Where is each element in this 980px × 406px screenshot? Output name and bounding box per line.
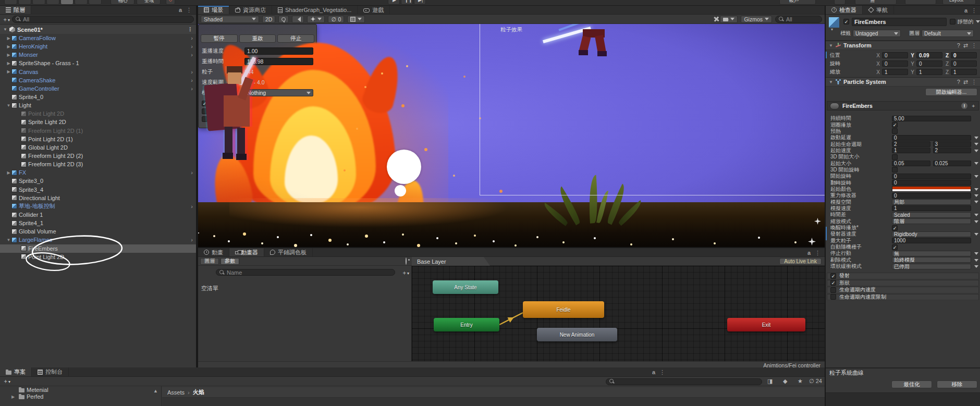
add-icon[interactable]: ＋ [971, 102, 976, 109]
dropdown-arrow-icon[interactable] [974, 175, 978, 178]
gizmos-dropdown[interactable]: Gizmos [741, 16, 772, 23]
grid-dropdown[interactable] [347, 16, 365, 23]
add-parameter-button[interactable]: ＋▾ [401, 269, 409, 277]
rotation-z-field[interactable]: 0 [951, 60, 977, 67]
kebab-menu-icon[interactable]: ⋮ [971, 79, 977, 85]
collab-icon[interactable]: ↻ [166, 0, 175, 5]
position-y-field[interactable]: 0.09 [916, 52, 942, 58]
kebab-menu-icon[interactable]: ⋮ [659, 369, 665, 376]
tab-game[interactable]: 遊戲 [358, 6, 390, 14]
animator-state-normal[interactable]: New Animation [537, 328, 617, 341]
kebab-menu-icon[interactable]: ⋮ [815, 250, 820, 256]
static-checkbox[interactable] [950, 19, 956, 24]
expander-icon[interactable]: ▶ [5, 170, 12, 175]
hierarchy-item[interactable]: ▼LargeFlames› [0, 236, 196, 244]
property-value[interactable]: 0 [892, 135, 971, 141]
dropdown-arrow-icon[interactable] [974, 233, 978, 236]
tab-project[interactable]: 專案 [0, 367, 32, 376]
kebab-menu-icon[interactable]: ⋮ [187, 26, 193, 33]
scale-z-field[interactable]: 1 [951, 69, 977, 75]
scale-y-field[interactable]: 1 [916, 69, 942, 75]
hierarchy-item[interactable]: ▶CameraFollow› [0, 34, 196, 42]
gameobject-name-field[interactable]: FireEmbers [852, 18, 947, 26]
breadcrumb[interactable]: Assets›火焰 [162, 387, 825, 398]
rect-tool-button[interactable] [60, 0, 74, 5]
kebab-menu-icon[interactable]: ⋮ [971, 42, 977, 49]
remove-button[interactable]: 移除 [937, 380, 977, 388]
hierarchy-search-input[interactable]: All [12, 16, 194, 23]
shading-mode-dropdown[interactable]: Shaded [201, 16, 259, 23]
hierarchy-item[interactable]: CameraShake› [0, 76, 196, 84]
hierarchy-item[interactable]: Sprite4_0 [0, 93, 196, 101]
module-checkbox[interactable]: ✓ [830, 273, 836, 279]
pivot-toggle-button[interactable]: 軸心 [111, 0, 134, 5]
expander-icon[interactable]: ▼ [3, 27, 7, 32]
lock-icon[interactable]: a [652, 369, 655, 376]
stop-particles-button[interactable]: 停止 [277, 34, 314, 43]
particle-module-row[interactable]: 生命週期內速度限制 [827, 294, 979, 301]
module-checkbox[interactable] [830, 294, 836, 300]
property-value[interactable]: 1 [892, 147, 930, 153]
layers-tab-button[interactable]: 圖層 [200, 258, 219, 265]
layout-dropdown[interactable]: Layout [942, 0, 976, 5]
open-editor-button[interactable]: 開啟編輯器... [925, 88, 977, 96]
hierarchy-item[interactable]: Point Light 2D [0, 253, 196, 261]
particle-module-row[interactable]: ✓形狀 [827, 280, 979, 287]
property-value[interactable]: 0.05 [892, 161, 930, 166]
chevron-right-icon[interactable]: › [191, 77, 193, 83]
parameter-search-input[interactable]: Name [216, 269, 395, 276]
rotation-y-field[interactable]: 0 [916, 60, 942, 67]
property-value[interactable]: 2 [892, 141, 930, 147]
mode-dropdown[interactable] [905, 0, 936, 5]
chevron-right-icon[interactable]: › [191, 35, 193, 41]
chevron-right-icon[interactable]: › [191, 237, 193, 243]
dropdown-arrow-icon[interactable] [974, 259, 978, 262]
particle-module-row[interactable]: ✓發射 [827, 273, 979, 279]
expander-icon[interactable]: ▶ [5, 53, 12, 57]
eye-icon[interactable] [406, 257, 407, 265]
chevron-right-icon[interactable]: › [191, 52, 193, 58]
particle-system-component-header[interactable]: ▼ Particle System ?⇄⋮ [826, 77, 980, 87]
active-checkbox[interactable]: ✓ [843, 19, 849, 24]
module-checkbox[interactable]: ✓ [830, 280, 836, 286]
chevron-right-icon[interactable]: › [191, 203, 193, 210]
particle-main-module-header[interactable]: FireEmbers ! ＋ [827, 101, 979, 110]
rotation-x-field[interactable]: 0 [882, 60, 908, 67]
step-button[interactable]: ▶| [414, 0, 426, 5]
property-dropdown[interactable]: 局部 [892, 199, 971, 205]
scene-root-row[interactable]: ▼ Scene01* ⋮ [0, 25, 196, 34]
lock-icon[interactable]: a [807, 250, 811, 256]
global-toggle-button[interactable]: 全域 [137, 0, 161, 5]
dropdown-arrow-icon[interactable] [974, 143, 978, 145]
particle-module-row[interactable]: 生命週期內速度 [827, 287, 979, 293]
hidden-objects-button[interactable]: ∅0 [328, 16, 344, 23]
tab-shadergraph[interactable]: ShaderGraph_Vegetatio... [272, 6, 358, 14]
pause-particles-button[interactable]: 暫停 [201, 34, 238, 43]
restart-particles-button[interactable]: 重啟 [239, 34, 276, 43]
tab-scene[interactable]: 場景 [198, 6, 229, 14]
property-value[interactable]: 0.025 [933, 161, 972, 166]
presets-icon[interactable]: ⇄ [963, 42, 968, 49]
property-checkbox[interactable]: ✓ [892, 244, 898, 250]
hierarchy-item[interactable]: 草地-地板控制› [0, 202, 196, 211]
property-value[interactable]: 0 [892, 180, 971, 186]
hierarchy-item[interactable]: ▶Monser› [0, 51, 196, 59]
scene-viewport[interactable]: 粒子效果 暫停 重啟 停止 重播速度 1.00 重播時間 118.98 粒子 1… [198, 24, 825, 247]
animator-state-entry[interactable]: Entry [434, 318, 499, 331]
favorites-star-icon[interactable]: ★ [798, 378, 803, 385]
property-dropdown[interactable]: 無 [892, 251, 971, 256]
dropdown-arrow-icon[interactable] [974, 252, 978, 255]
static-dropdown-arrow[interactable] [976, 20, 980, 23]
lock-icon[interactable]: a [179, 7, 182, 13]
property-dropdown[interactable]: 已停用 [892, 264, 971, 269]
chevron-right-icon[interactable]: › [191, 169, 193, 176]
pause-button[interactable]: ❙❙ [401, 0, 413, 5]
tab-animator[interactable]: 動畫器 [229, 248, 264, 256]
custom-tool-button[interactable] [89, 0, 102, 5]
layers-dropdown[interactable]: 層 [855, 0, 897, 5]
cloud-icon[interactable] [834, 0, 846, 5]
hierarchy-item[interactable]: Directional Light [0, 194, 196, 202]
search-by-type-icon[interactable]: ◨ [767, 378, 773, 385]
property-value[interactable]: 5.00 [892, 116, 971, 121]
hierarchy-item[interactable]: Point Light 2D (1) [0, 135, 196, 143]
